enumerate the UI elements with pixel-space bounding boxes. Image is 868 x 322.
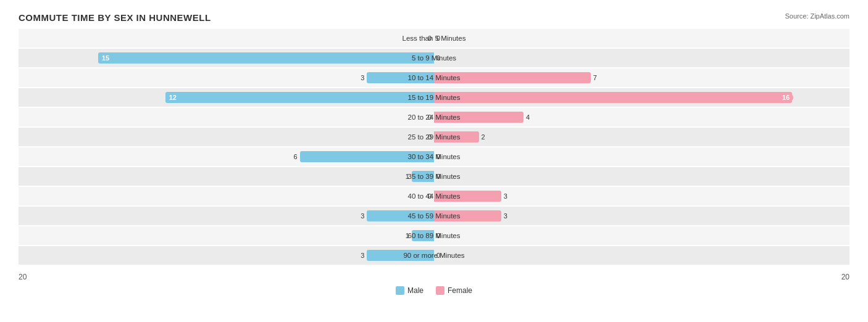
value-male: 3 [361,212,364,220]
value-badge-male: 15 [98,54,113,62]
row-label: 45 to 59 Minutes [407,212,460,220]
chart-row: 0225 to 29 Minutes [19,128,849,146]
axis-left-label: 20 [19,273,27,281]
value-male: 3 [361,74,364,81]
bar-male [165,92,434,103]
row-label: 35 to 39 Minutes [407,173,460,180]
value-female: 3 [504,212,507,220]
legend-female-label: Female [448,286,472,295]
chart-title: COMMUTE TIME BY SEX IN HUNNEWELL [19,12,849,23]
legend-male-label: Male [407,286,424,295]
chart-row: 0340 to 44 Minutes [19,187,849,205]
row-label: 10 to 14 Minutes [407,74,460,81]
chart-row: 3345 to 59 Minutes [19,207,849,225]
legend: Male Female [19,286,849,295]
value-female: 2 [482,133,485,141]
legend-male-box [396,286,404,295]
chart-row: 3710 to 14 Minutes [19,68,849,87]
row-label: 40 to 44 Minutes [407,192,460,200]
row-label: 5 to 9 Minutes [412,54,456,62]
value-male: 12 [165,94,180,101]
row-label: 30 to 34 Minutes [407,153,460,160]
chart-area: 00Less than 5 Minutes1505 to 9 Minutes37… [19,29,849,270]
row-label: Less than 5 Minutes [403,35,466,42]
axis-bottom: 20 20 [19,273,849,281]
legend-male: Male [396,286,424,295]
row-label: 20 to 24 Minutes [407,114,460,121]
chart-row: 1505 to 9 Minutes [19,49,849,67]
chart-row: 6030 to 34 Minutes [19,147,849,166]
legend-female-box [436,286,444,295]
value-male: 3 [361,252,364,259]
row-label: 60 to 89 Minutes [407,232,460,239]
chart-row: 121615 to 19 Minutes [19,88,849,107]
bar-male [98,52,434,64]
value-female: 4 [526,114,530,121]
chart-row: 1035 to 39 Minutes [19,167,849,186]
value-male: 6 [293,153,297,160]
value-female: 3 [504,192,507,200]
source-text: Source: ZipAtlas.com [785,12,849,20]
value-female: 7 [593,74,597,81]
chart-row: 0420 to 24 Minutes [19,108,849,126]
value-male: 15 [98,54,113,62]
value-female: 16 [778,94,793,101]
value-badge-female: 16 [778,93,793,102]
row-label: 15 to 19 Minutes [407,94,460,101]
legend-female: Female [436,286,472,295]
row-label: 25 to 29 Minutes [407,133,460,141]
chart-row: 3090 or more Minutes [19,246,849,265]
row-label: 90 or more Minutes [403,252,464,259]
value-badge-male: 12 [165,93,180,102]
bar-female [434,92,792,103]
chart-row: 1060 to 89 Minutes [19,226,849,245]
chart-row: 00Less than 5 Minutes [19,29,849,47]
chart-container: COMMUTE TIME BY SEX IN HUNNEWELL Source:… [0,0,868,322]
axis-right-label: 20 [841,273,849,281]
